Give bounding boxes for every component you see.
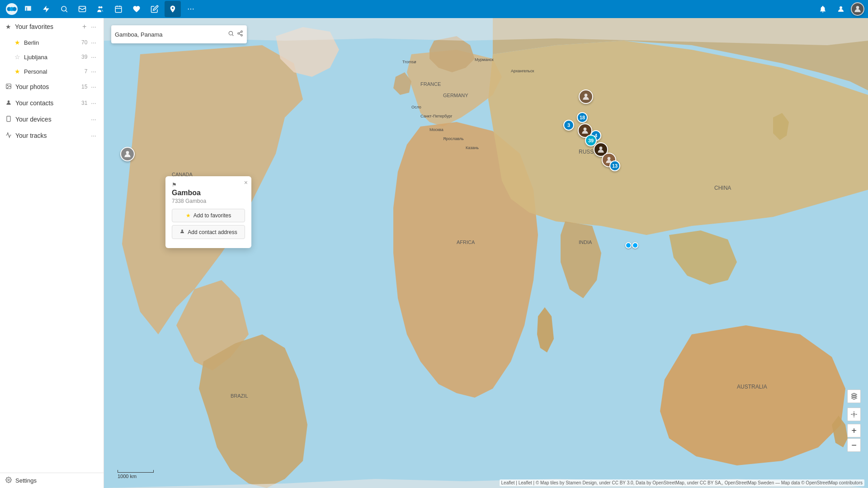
svg-text:FRANCE: FRANCE bbox=[420, 81, 441, 87]
map-blue-marker-1[interactable] bbox=[625, 242, 632, 249]
favorites-title: Your favorites bbox=[15, 23, 80, 30]
personal-label: Personal bbox=[24, 68, 85, 75]
svg-point-15 bbox=[840, 6, 842, 9]
svg-text:GERMANY: GERMANY bbox=[443, 93, 468, 98]
attribution-text: Leaflet | Leaflet | © Map tiles by Stame… bbox=[501, 480, 863, 485]
photos-header[interactable]: Your photos 15 ··· bbox=[0, 79, 104, 95]
photos-title: Your photos bbox=[15, 83, 81, 90]
tracks-more-button[interactable]: ··· bbox=[89, 131, 98, 140]
svg-point-4 bbox=[61, 6, 66, 11]
svg-text:CHINA: CHINA bbox=[714, 185, 731, 191]
files-nav-icon[interactable] bbox=[20, 1, 36, 17]
svg-text:AUSTRALIA: AUSTRALIA bbox=[737, 384, 767, 390]
berlin-more-button[interactable]: ··· bbox=[89, 38, 98, 47]
map-count-marker-13[interactable]: 13 bbox=[609, 160, 620, 171]
logo-button[interactable] bbox=[4, 1, 20, 17]
personal-more-button[interactable]: ··· bbox=[89, 67, 98, 76]
photos-count: 15 bbox=[81, 84, 87, 90]
map-search-input[interactable] bbox=[115, 31, 226, 38]
favorites-more-button[interactable]: ··· bbox=[89, 22, 98, 31]
user-location-marker[interactable] bbox=[120, 147, 135, 161]
personal-count: 7 bbox=[85, 68, 88, 75]
map-area[interactable]: CANADA UNITED STATES BRAZIL FRANCE GERMA… bbox=[104, 18, 868, 488]
contacts-button[interactable] bbox=[833, 1, 849, 17]
sidebar-item-ljubljana[interactable]: ☆ Ljubljana 39 ··· bbox=[0, 50, 104, 64]
svg-point-44 bbox=[238, 33, 240, 34]
map-layers-button[interactable] bbox=[847, 389, 861, 403]
tracks-title: Your tracks bbox=[15, 132, 89, 139]
tracks-header[interactable]: Your tracks ··· bbox=[0, 127, 104, 144]
world-map[interactable]: CANADA UNITED STATES BRAZIL FRANCE GERMA… bbox=[104, 18, 868, 488]
ljubljana-star-icon: ☆ bbox=[14, 53, 20, 61]
top-navigation bbox=[0, 0, 868, 18]
map-blue-marker-2[interactable] bbox=[632, 242, 638, 249]
svg-point-43 bbox=[241, 31, 243, 33]
search-nav-icon[interactable] bbox=[56, 1, 72, 17]
more-nav-icon[interactable] bbox=[183, 1, 199, 17]
svg-point-48 bbox=[181, 230, 183, 231]
svg-point-14 bbox=[193, 9, 193, 9]
settings-footer[interactable]: Settings bbox=[0, 473, 104, 488]
svg-rect-20 bbox=[7, 116, 10, 122]
map-nav-icon[interactable] bbox=[165, 1, 181, 17]
contacts-header[interactable]: Your contacts 31 ··· bbox=[0, 95, 104, 111]
map-zoom-out-button[interactable]: − bbox=[847, 438, 861, 452]
location-popup: × ⚑ Gamboa 7338 Gamboa ★ Add to favorite… bbox=[165, 176, 251, 248]
map-profile-marker-1[interactable] bbox=[579, 89, 593, 104]
svg-point-6 bbox=[99, 6, 101, 9]
map-search-icon[interactable] bbox=[228, 30, 234, 38]
svg-text:BRAZIL: BRAZIL bbox=[231, 393, 248, 399]
contacts-more-button[interactable]: ··· bbox=[89, 99, 98, 108]
berlin-star-icon: ★ bbox=[14, 39, 20, 46]
popup-close-button[interactable]: × bbox=[244, 179, 248, 186]
activity-nav-icon[interactable] bbox=[38, 1, 54, 17]
sidebar-item-berlin[interactable]: ★ Berlin 70 ··· bbox=[0, 35, 104, 50]
calendar-nav-icon[interactable] bbox=[110, 1, 127, 17]
map-zoom-in-button[interactable]: + bbox=[847, 424, 861, 437]
tracks-icon bbox=[5, 132, 12, 140]
add-to-favorites-button[interactable]: ★ Add to favorites bbox=[172, 209, 245, 222]
personal-star-icon: ★ bbox=[14, 68, 20, 75]
scale-bar bbox=[118, 470, 154, 473]
ljubljana-label: Ljubljana bbox=[24, 54, 81, 61]
favorites-header[interactable]: ★ Your favorites + ··· bbox=[0, 18, 104, 35]
svg-point-7 bbox=[100, 6, 103, 9]
add-contact-address-button[interactable]: Add contact address bbox=[172, 225, 245, 239]
mail-nav-icon[interactable] bbox=[74, 1, 90, 17]
berlin-label: Berlin bbox=[24, 39, 81, 46]
user-avatar[interactable] bbox=[851, 2, 864, 16]
map-share-icon[interactable] bbox=[237, 30, 243, 38]
photos-icon bbox=[5, 83, 12, 91]
scale-label: 1000 km bbox=[118, 474, 137, 479]
notifications-button[interactable] bbox=[815, 1, 831, 17]
svg-text:Мурманск: Мурманск bbox=[475, 57, 494, 62]
map-controls: + − bbox=[847, 389, 861, 452]
svg-line-46 bbox=[239, 34, 241, 35]
map-count-marker-3[interactable]: 3 bbox=[563, 120, 574, 131]
svg-text:Tromsø: Tromsø bbox=[402, 60, 416, 64]
svg-point-52 bbox=[599, 146, 603, 150]
svg-point-49 bbox=[126, 151, 129, 154]
favorites-add-button[interactable]: + bbox=[80, 22, 88, 32]
svg-rect-8 bbox=[115, 6, 122, 13]
map-count-marker-18[interactable]: 18 bbox=[577, 112, 588, 123]
svg-text:Ярославль: Ярославль bbox=[443, 136, 464, 141]
heart-nav-icon[interactable] bbox=[128, 1, 145, 17]
devices-more-button[interactable]: ··· bbox=[89, 115, 98, 124]
ljubljana-more-button[interactable]: ··· bbox=[89, 52, 98, 61]
contacts-nav-icon[interactable] bbox=[92, 1, 108, 17]
devices-header[interactable]: Your devices ··· bbox=[0, 111, 104, 127]
sidebar-item-personal[interactable]: ★ Personal 7 ··· bbox=[0, 64, 104, 79]
svg-point-45 bbox=[241, 34, 243, 36]
photos-more-button[interactable]: ··· bbox=[89, 82, 98, 91]
svg-point-12 bbox=[188, 9, 189, 9]
svg-point-42 bbox=[229, 31, 232, 35]
svg-line-47 bbox=[239, 32, 241, 33]
edit-nav-icon[interactable] bbox=[146, 1, 163, 17]
map-locate-button[interactable] bbox=[847, 408, 861, 421]
map-scale: 1000 km bbox=[118, 470, 154, 479]
favorites-section: ★ Your favorites + ··· ★ Berlin 70 ··· ☆… bbox=[0, 18, 104, 79]
svg-text:Казань: Казань bbox=[466, 145, 479, 150]
nav-icons bbox=[20, 1, 815, 17]
devices-icon bbox=[5, 116, 12, 123]
